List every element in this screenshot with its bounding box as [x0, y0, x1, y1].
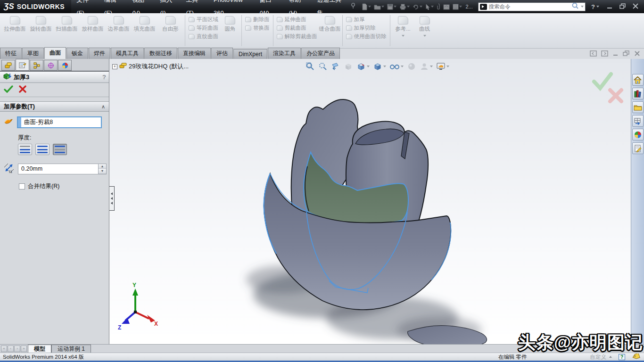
filled-surface-button[interactable]: 填充曲面: [132, 14, 157, 47]
undo-button[interactable]: [412, 3, 423, 10]
home-icon[interactable]: [632, 74, 644, 86]
confirm-ok-ghost[interactable]: [594, 74, 611, 88]
collapse-right-pane-icon[interactable]: [601, 50, 608, 58]
close-button[interactable]: [633, 2, 638, 11]
thicken-side2-button[interactable]: [53, 144, 67, 155]
delete-face-button[interactable]: 删除面: [245, 16, 270, 23]
search-dropdown-caret[interactable]: [581, 6, 584, 8]
graphics-viewport[interactable]: Y X Z + 29玫瑰花DHQ (默认...: [109, 59, 631, 344]
print-button[interactable]: [398, 3, 411, 10]
file-explorer-icon[interactable]: [632, 101, 644, 113]
curves-dropdown-caret[interactable]: [423, 35, 426, 37]
reference-geometry-button[interactable]: 参考...: [392, 14, 414, 47]
boundary-surface-button[interactable]: 边界曲面: [106, 14, 132, 47]
replace-face-button[interactable]: 替换面: [245, 25, 270, 32]
minimize-button[interactable]: [607, 2, 613, 11]
edit-appearance-icon[interactable]: [406, 61, 417, 72]
revolved-surface-button[interactable]: 旋转曲面: [28, 14, 54, 47]
previous-view-icon[interactable]: [330, 61, 341, 72]
spin-down-button[interactable]: ▼: [99, 169, 106, 174]
dimxpert-manager-tab[interactable]: [44, 60, 58, 71]
selected-surface-item[interactable]: 曲面-剪裁8: [18, 118, 53, 126]
extruded-surface-button[interactable]: 拉伸曲面: [2, 14, 28, 47]
merge-result-checkbox[interactable]: [19, 183, 25, 189]
thicken-button[interactable]: 加厚: [346, 16, 387, 23]
motion-study-tab[interactable]: 运动算例 1: [51, 345, 91, 353]
collapse-chevron-icon[interactable]: ∧: [101, 104, 105, 110]
property-manager-tab[interactable]: [16, 59, 29, 71]
status-help-button[interactable]: ?: [619, 354, 625, 360]
part-name-label[interactable]: 29玫瑰花DHQ (默认...: [129, 62, 189, 71]
doc-restore-icon[interactable]: [623, 50, 630, 58]
untrim-surface-button[interactable]: 解除剪裁曲面: [277, 33, 317, 40]
nav-first-button[interactable]: «: [1, 346, 7, 352]
new-document-button[interactable]: [361, 3, 372, 11]
confirm-cancel-ghost[interactable]: [610, 90, 621, 101]
extend-surface-button[interactable]: 延伸曲面: [277, 16, 317, 23]
rose-model-canvas[interactable]: Y X Z: [109, 59, 631, 344]
configuration-manager-tab[interactable]: [30, 60, 43, 71]
feature-tree-flyout[interactable]: + 29玫瑰花DHQ (默认...: [112, 62, 189, 71]
tab-sheet-metal[interactable]: 钣金: [66, 48, 88, 59]
pm-help-button[interactable]: ?: [102, 74, 106, 81]
doc-minimize-icon[interactable]: [612, 50, 619, 58]
spin-up-button[interactable]: ▲: [99, 164, 106, 169]
reference-dropdown-caret[interactable]: [402, 35, 405, 37]
design-library-icon[interactable]: [632, 88, 644, 99]
offset-surface-button[interactable]: 等距曲面: [189, 25, 218, 32]
nav-last-button[interactable]: »: [21, 346, 27, 352]
thickened-cut-button[interactable]: 加厚切除: [346, 25, 387, 32]
thickness-value-input[interactable]: [18, 164, 98, 174]
ruled-surface-button[interactable]: 直纹曲面: [189, 33, 218, 40]
freeform-button[interactable]: 自由形: [157, 14, 183, 47]
tab-surfaces[interactable]: 曲面: [44, 47, 66, 59]
feature-manager-tab[interactable]: [1, 60, 15, 71]
trim-surface-button[interactable]: 剪裁曲面: [277, 25, 317, 32]
search-input[interactable]: [489, 4, 570, 9]
thicken-both-sides-button[interactable]: [35, 144, 50, 155]
pin-icon[interactable]: [350, 2, 356, 11]
select-button[interactable]: [424, 3, 435, 10]
surface-selection-listbox[interactable]: 曲面-剪裁8: [17, 116, 102, 128]
tab-dimxpert[interactable]: DimXpert: [233, 49, 267, 59]
apply-scene-icon[interactable]: [419, 61, 433, 72]
tab-features[interactable]: 特征: [0, 48, 22, 59]
cut-with-surface-button[interactable]: 使用曲面切除: [346, 33, 387, 40]
tab-office-products[interactable]: 办公室产品: [301, 48, 340, 59]
ok-button[interactable]: [4, 85, 13, 95]
model-tab[interactable]: 模型: [28, 345, 51, 353]
tab-weldments[interactable]: 焊件: [89, 48, 110, 59]
planar-surface-button[interactable]: 平面区域: [189, 16, 218, 23]
toolbar-overflow-label[interactable]: 2...: [464, 4, 474, 9]
open-document-button[interactable]: [373, 3, 385, 10]
tab-data-migration[interactable]: 数据迁移: [144, 48, 177, 59]
attachment-button[interactable]: [436, 3, 441, 10]
tab-mold-tools[interactable]: 模具工具: [111, 48, 144, 59]
search-scope-icon[interactable]: [480, 4, 487, 10]
tab-evaluate[interactable]: 评估: [211, 48, 233, 59]
tab-sketch[interactable]: 草图: [22, 48, 44, 59]
doc-close-icon[interactable]: [634, 50, 640, 58]
swept-surface-button[interactable]: 扫描曲面: [54, 14, 80, 47]
nav-next-button[interactable]: ›: [14, 346, 20, 352]
nav-prev-button[interactable]: ‹: [8, 346, 14, 352]
thicken-parameters-group-header[interactable]: 加厚参数(T) ∧: [0, 101, 109, 112]
curves-button[interactable]: 曲线: [414, 14, 435, 47]
appearances-icon[interactable]: [632, 129, 644, 140]
thicken-side1-button[interactable]: [18, 144, 32, 155]
knit-surface-button[interactable]: 缝合曲面: [319, 14, 341, 47]
collapse-left-pane-icon[interactable]: [590, 50, 597, 58]
tab-direct-editing[interactable]: 直接编辑: [178, 48, 211, 59]
tab-render-tools[interactable]: 渲染工具: [268, 48, 301, 59]
view-orientation-icon[interactable]: [356, 61, 370, 72]
properties-button[interactable]: [442, 3, 451, 10]
search-magnifier-icon[interactable]: [571, 2, 579, 11]
view-palette-icon[interactable]: [632, 115, 644, 127]
restore-button[interactable]: [619, 2, 626, 11]
fillet-button[interactable]: 圆角: [220, 14, 240, 47]
options-list-button[interactable]: [452, 3, 463, 10]
zoom-fit-icon[interactable]: [305, 61, 315, 72]
view-settings-icon[interactable]: [436, 61, 450, 72]
zoom-area-icon[interactable]: [318, 61, 328, 72]
panel-splitter-handle[interactable]: [109, 186, 115, 211]
